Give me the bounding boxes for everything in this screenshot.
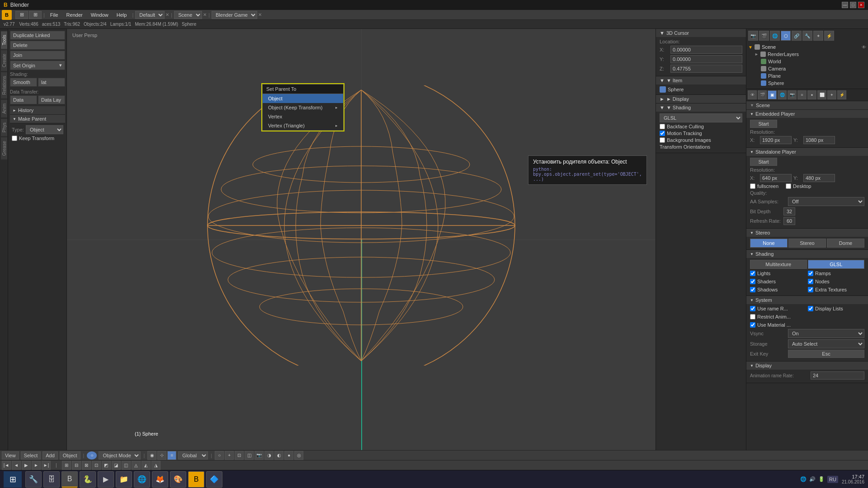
standalone-player-header[interactable]: ▼ Standalone Player (746, 148, 868, 156)
add-button[interactable]: Add (42, 451, 58, 460)
scene-eye-icon[interactable]: 👁 (862, 45, 866, 50)
layout-icon[interactable]: ⊞ (15, 11, 28, 19)
shading-game-header[interactable]: ▼ Shading (746, 250, 868, 258)
res2-y-input[interactable] (803, 174, 835, 182)
mode-icon1[interactable]: ⊞ (62, 461, 71, 470)
type-select[interactable]: Object Vertex Vertex (Triangle) (26, 125, 63, 134)
use-material-checkbox[interactable] (750, 322, 755, 328)
side-tab-physics[interactable]: Phys (0, 118, 8, 136)
close-button[interactable]: ✕ (858, 2, 864, 8)
timeline-play-icon[interactable]: ▶ (22, 461, 31, 470)
aa-samples-select[interactable]: Off 2x 4x (788, 197, 864, 206)
frp-tab2-scene[interactable]: 🎬 (758, 90, 767, 99)
data-lay-button[interactable]: Data Lay (38, 95, 65, 104)
flat-button[interactable]: lat (38, 78, 65, 87)
timeline-next-icon[interactable]: ► (32, 461, 41, 470)
frp-tab-object[interactable]: ⬡ (781, 31, 791, 41)
glsl-mode-button[interactable]: GLSL (808, 260, 865, 269)
lights-checkbox[interactable] (750, 271, 755, 276)
glsl-select[interactable]: GLSL Multitexture (660, 113, 742, 122)
taskbar-app-inkscape[interactable]: 🎨 (170, 471, 186, 488)
orientation-select[interactable]: Global Local Normal (178, 451, 208, 460)
mode-icon3[interactable]: ⊠ (82, 461, 91, 470)
use-frame-r-checkbox[interactable] (750, 306, 755, 311)
ctx-object-keep[interactable]: Object (Keep Transform) ▸ (263, 103, 343, 112)
scene-select[interactable]: Scene (174, 11, 202, 19)
object-button[interactable]: Object (60, 451, 80, 460)
timeline-start-icon[interactable]: |◄ (2, 461, 11, 470)
camera-view-icon[interactable]: 📷 (255, 451, 264, 460)
frp-tab2-part[interactable]: ✦ (827, 90, 836, 99)
set-origin-button[interactable]: Set Origin ▾ (10, 61, 65, 70)
keep-transform-checkbox[interactable] (12, 136, 17, 141)
menu-window[interactable]: Window (87, 11, 112, 19)
smooth-button[interactable]: Smooth (10, 78, 37, 87)
frp-tab-scene[interactable]: 🎬 (759, 31, 769, 41)
maximize-button[interactable]: □ (850, 2, 856, 8)
res-y-input[interactable] (803, 136, 835, 144)
embedded-player-header[interactable]: ▼ Embedded Player (746, 110, 868, 118)
exit-key-button[interactable]: Esc (788, 350, 864, 358)
mode-icon6[interactable]: ◪ (112, 461, 121, 470)
timeline-prev-icon[interactable]: ◄ (12, 461, 21, 470)
menu-render[interactable]: Render (63, 11, 86, 19)
frp-tab2-phys[interactable]: ⚡ (837, 90, 846, 99)
frp-tab2-render[interactable]: 📷 (788, 90, 797, 99)
extra-textures-checkbox[interactable] (808, 287, 813, 292)
backface-checkbox[interactable] (660, 124, 665, 129)
menu-file[interactable]: File (47, 11, 62, 19)
start-button[interactable]: Start (750, 120, 777, 128)
layout-icon2[interactable]: ⊞ (29, 11, 42, 19)
shaders-checkbox[interactable] (750, 279, 755, 284)
make-parent-header[interactable]: ▼ Make Parent (10, 115, 65, 123)
ramps-checkbox[interactable] (808, 271, 813, 276)
vsync-select[interactable]: On Off (788, 329, 864, 338)
frp-tab-physics[interactable]: ⚡ (824, 31, 834, 41)
mode-icon2[interactable]: ⊟ (72, 461, 81, 470)
game-engine-select[interactable]: Blender Game (212, 11, 257, 19)
start-button[interactable]: ⊞ (4, 471, 22, 488)
animation-frame-rate-input[interactable] (811, 371, 864, 380)
view-button[interactable]: View (2, 451, 19, 460)
frp-tab-particle[interactable]: ✦ (813, 31, 823, 41)
side-tab-grease[interactable]: Grease (0, 137, 8, 160)
viewport-mode-icon[interactable]: ○ (87, 451, 97, 460)
restrict-anim-checkbox[interactable] (750, 314, 755, 319)
mode-icon7[interactable]: ◫ (122, 461, 131, 470)
fullscreen-checkbox[interactable] (750, 183, 755, 189)
start2-button[interactable]: Start (750, 158, 777, 166)
motion-tracking-checkbox[interactable] (660, 131, 665, 136)
viewport-shading1[interactable]: ◑ (264, 451, 274, 460)
storage-select[interactable]: Auto Select (788, 339, 864, 348)
frp-tab-render[interactable]: 📷 (748, 31, 758, 41)
display-game-header[interactable]: ▼ Display (746, 361, 868, 370)
mode-icon8[interactable]: ◬ (132, 461, 141, 470)
frp-tab-constraint[interactable]: 🔗 (792, 31, 802, 41)
frp-tab2-view[interactable]: 👁 (748, 90, 757, 99)
duplicate-linked-button[interactable]: Duplicate Linked (10, 31, 65, 40)
taskbar-app-explorer[interactable]: 🔧 (25, 471, 42, 488)
side-tab-create[interactable]: Create (0, 50, 8, 71)
nodes-checkbox[interactable] (808, 279, 813, 284)
join-button[interactable]: Join (10, 51, 65, 60)
system-header[interactable]: ▼ System (746, 296, 868, 304)
viewport[interactable]: User Persp (1) Sphere Set Parent To Obje… (67, 29, 656, 450)
shadows-checkbox[interactable] (750, 287, 755, 292)
taskbar-app-logo[interactable]: B (188, 471, 204, 488)
none-button[interactable]: None (750, 239, 788, 248)
mode-icon9[interactable]: ◭ (142, 461, 151, 470)
delete-button[interactable]: Delete (10, 41, 65, 50)
stereo-button[interactable]: Stereo (788, 239, 826, 248)
ctx-vertex-triangle[interactable]: Vertex (Triangle) ▸ (263, 121, 343, 130)
orientation-icon[interactable]: ≡ (167, 451, 176, 460)
taskbar-app-python[interactable]: 🐍 (80, 471, 96, 488)
taskbar-app-media[interactable]: ▶ (98, 471, 114, 488)
res2-x-input[interactable] (760, 174, 792, 182)
select-button[interactable]: Select (21, 451, 41, 460)
side-tab-relations[interactable]: Relations (0, 72, 8, 99)
background-images-checkbox[interactable] (660, 137, 665, 143)
mode-icon4[interactable]: ⊡ (92, 461, 101, 470)
frp-tab2-object[interactable]: ▣ (768, 90, 777, 99)
frp-tab2-tex[interactable]: ⬜ (817, 90, 826, 99)
multitexture-button[interactable]: Multitexture (750, 260, 807, 269)
